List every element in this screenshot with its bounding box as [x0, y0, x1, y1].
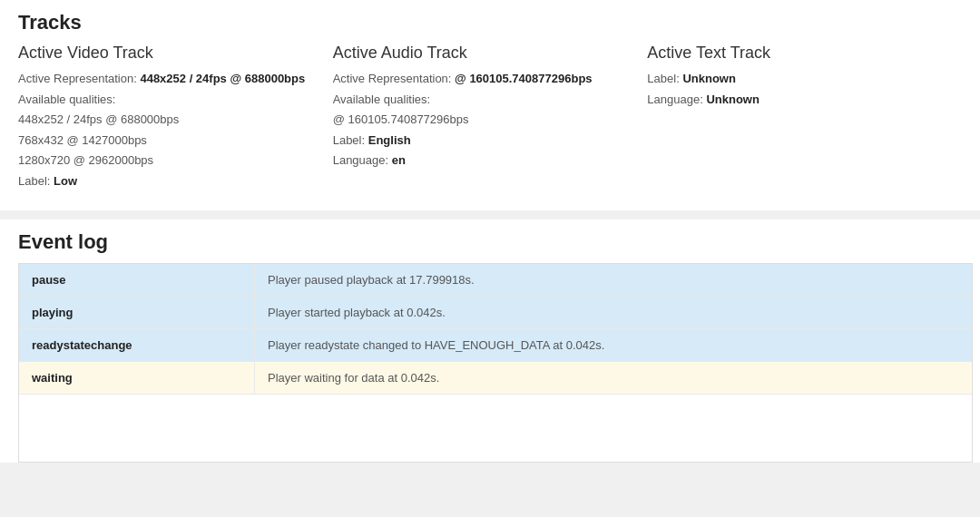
audio-quality-1: @ 160105.740877296bps	[333, 111, 621, 129]
tracks-title: Tracks	[18, 11, 962, 34]
audio-language-text: Language:	[333, 153, 388, 167]
eventlog-event-description: Player started playback at 0.042s.	[255, 297, 972, 328]
video-track-column: Active Video Track Active Representation…	[18, 44, 333, 192]
eventlog-event-name: pause	[19, 264, 255, 296]
eventlog-row: readystatechangePlayer readystate change…	[19, 329, 972, 362]
audio-label-text: Label:	[333, 133, 365, 147]
audio-language-value: en	[392, 153, 406, 167]
tracks-section: Tracks Active Video Track Active Represe…	[0, 0, 980, 210]
eventlog-table-wrapper[interactable]: pausePlayer paused playback at 17.799918…	[18, 263, 973, 463]
audio-label-value: English	[368, 133, 411, 147]
eventlog-event-name: readystatechange	[19, 329, 255, 361]
eventlog-section: Event log pausePlayer paused playback at…	[0, 219, 980, 463]
eventlog-row: pausePlayer paused playback at 17.799918…	[19, 264, 972, 297]
audio-representation: Active Representation: @ 160105.74087729…	[333, 70, 621, 88]
audio-language: Language: en	[333, 151, 621, 170]
video-label: Label: Low	[18, 172, 306, 190]
audio-qualities-label: Available qualities:	[333, 91, 621, 109]
video-quality-3: 1280x720 @ 2962000bps	[18, 151, 306, 170]
audio-representation-label: Active Representation:	[333, 72, 452, 85]
text-track-title: Active Text Track	[647, 44, 935, 63]
text-track-column: Active Text Track Label: Unknown Languag…	[647, 44, 962, 192]
eventlog-title: Event log	[18, 230, 980, 254]
text-label: Label: Unknown	[647, 70, 935, 88]
text-language: Language: Unknown	[647, 91, 935, 109]
eventlog-row: waitingPlayer waiting for data at 0.042s…	[19, 362, 972, 395]
video-representation: Active Representation: 448x252 / 24fps @…	[18, 70, 306, 88]
video-representation-value: 448x252 / 24fps @ 688000bps	[140, 72, 305, 85]
eventlog-event-name: playing	[19, 297, 255, 328]
text-label-text: Label:	[647, 72, 679, 85]
text-language-text: Language:	[647, 93, 702, 106]
video-qualities-label: Available qualities:	[18, 91, 306, 109]
audio-track-column: Active Audio Track Active Representation…	[333, 44, 648, 192]
eventlog-event-name: waiting	[19, 362, 255, 394]
eventlog-event-description: Player readystate changed to HAVE_ENOUGH…	[255, 329, 972, 361]
video-label-text: Label:	[18, 174, 50, 188]
text-label-value: Unknown	[682, 72, 736, 85]
video-label-value: Low	[54, 174, 77, 188]
video-quality-2: 768x432 @ 1427000bps	[18, 132, 306, 150]
audio-track-title: Active Audio Track	[333, 44, 621, 63]
video-track-title: Active Video Track	[18, 44, 306, 63]
video-representation-label: Active Representation:	[18, 72, 137, 85]
text-language-value: Unknown	[706, 93, 760, 106]
eventlog-event-description: Player paused playback at 17.799918s.	[255, 264, 972, 296]
main-container: Tracks Active Video Track Active Represe…	[0, 0, 980, 517]
tracks-columns: Active Video Track Active Representation…	[18, 44, 962, 192]
audio-label: Label: English	[333, 132, 621, 150]
eventlog-table: pausePlayer paused playback at 17.799918…	[19, 264, 972, 395]
eventlog-row: playingPlayer started playback at 0.042s…	[19, 297, 972, 329]
audio-representation-value: @ 160105.740877296bps	[455, 72, 592, 85]
eventlog-event-description: Player waiting for data at 0.042s.	[255, 362, 972, 394]
video-quality-1: 448x252 / 24fps @ 688000bps	[18, 111, 306, 129]
